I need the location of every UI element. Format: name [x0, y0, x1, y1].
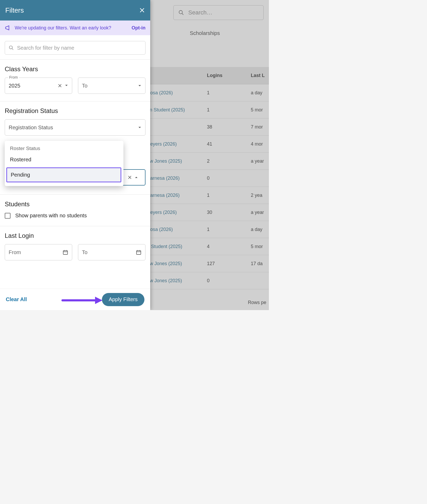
section-class-years: Class Years From 2025 To [0, 59, 150, 101]
section-registration-status: Registration Status Registration Status … [0, 101, 150, 194]
clear-icon[interactable] [58, 84, 62, 88]
calendar-icon[interactable] [136, 249, 142, 255]
show-parents-checkbox-row[interactable]: Show parents with no students [5, 213, 145, 219]
last-login-title: Last Login [5, 232, 145, 239]
clear-icon[interactable] [128, 175, 132, 179]
annotation-arrow-icon [61, 295, 103, 306]
svg-rect-10 [63, 251, 68, 255]
registration-select[interactable]: Registration Status [5, 119, 145, 136]
apply-filters-button[interactable]: Apply Filters [102, 293, 144, 306]
class-from-select[interactable]: From 2025 [5, 78, 72, 94]
checkbox-icon[interactable] [5, 213, 11, 219]
option-pending[interactable]: Pending [6, 167, 121, 182]
class-from-value: 2025 [9, 83, 58, 89]
to-label: To [82, 249, 136, 255]
optin-banner: We're updating our filters. Want an earl… [0, 20, 150, 35]
checkbox-label: Show parents with no students [15, 213, 87, 219]
last-login-from[interactable]: From [5, 244, 72, 260]
roster-dropdown: Roster Status Rostered Pending [5, 141, 123, 186]
search-icon [9, 45, 14, 50]
dropdown-group-label: Roster Status [5, 143, 123, 153]
last-login-to[interactable]: To [78, 244, 145, 260]
calendar-icon[interactable] [63, 249, 68, 255]
chevron-down-icon[interactable] [65, 84, 68, 88]
drawer-body: Search for filter by name Class Years Fr… [0, 35, 150, 289]
chevron-down-icon[interactable] [138, 126, 142, 129]
class-years-title: Class Years [5, 65, 145, 73]
filters-drawer: Filters We're updating our filters. Want… [0, 0, 150, 310]
drawer-title: Filters [5, 6, 24, 14]
students-title: Students [5, 200, 145, 208]
roster-select-collapsed[interactable] [120, 169, 145, 186]
from-label: From [9, 249, 63, 255]
section-students: Students Show parents with no students [0, 194, 150, 226]
clear-all-button[interactable]: Clear All [6, 296, 27, 302]
svg-point-4 [9, 46, 13, 49]
svg-marker-19 [95, 297, 102, 304]
section-last-login: Last Login From To [0, 226, 150, 268]
svg-rect-14 [137, 251, 141, 255]
roster-status-area: Roster Status Rostered Pending [5, 141, 145, 187]
registration-title: Registration Status [5, 107, 145, 115]
option-rostered[interactable]: Rostered [5, 153, 123, 166]
optin-link[interactable]: Opt-in [132, 25, 145, 31]
registration-placeholder: Registration Status [9, 125, 53, 131]
drawer-footer: Clear All Apply Filters [0, 289, 150, 310]
drawer-header: Filters [0, 0, 150, 20]
megaphone-icon [5, 25, 11, 31]
filter-search-input[interactable]: Search for filter by name [5, 41, 145, 55]
to-label: To [82, 83, 138, 89]
chevron-down-icon[interactable] [138, 84, 142, 88]
chevron-up-icon[interactable] [134, 176, 138, 179]
from-label: From [8, 75, 19, 79]
filter-search-placeholder: Search for filter by name [17, 45, 74, 51]
banner-text: We're updating our filters. Want an earl… [15, 25, 111, 31]
svg-line-5 [12, 49, 13, 50]
close-icon[interactable] [139, 7, 145, 13]
class-to-select[interactable]: To [78, 78, 145, 94]
